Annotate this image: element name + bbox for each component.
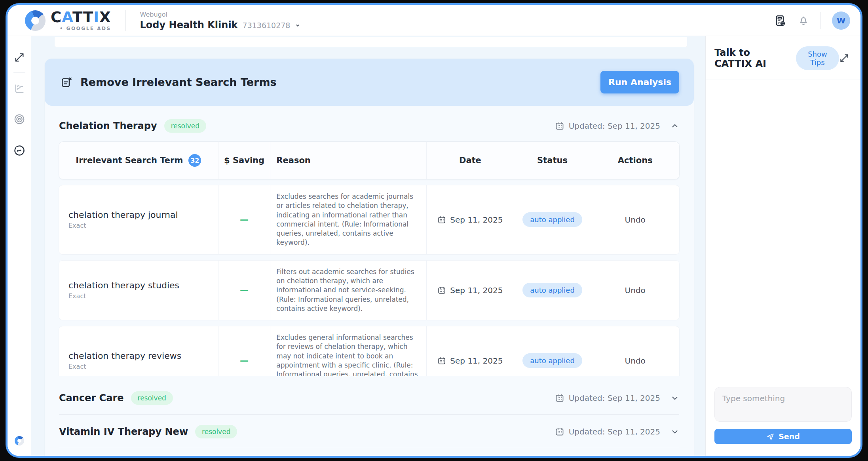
col-status: Status <box>514 142 591 179</box>
ai-chat-panel: Talk to CATTIX AI Show Tips Send <box>705 36 860 456</box>
row-date: Sep 11, 2025 <box>450 286 503 295</box>
section-head-vitamin-iv: Vitamin IV Therapy New resolved Updated:… <box>59 415 679 448</box>
sidebar-divider <box>13 72 25 73</box>
account-id: 7313610278 <box>243 21 291 30</box>
undo-button[interactable]: Undo <box>625 215 646 225</box>
col-actions: Actions <box>591 142 679 179</box>
updated-date: Updated: Sep 11, 2025 <box>555 121 660 131</box>
sidebar-expand-icon[interactable] <box>14 52 25 63</box>
left-sidebar <box>8 36 31 456</box>
term-count-badge: 32 <box>188 154 201 167</box>
main-content: Remove Irrelevant Search Terms Run Analy… <box>31 36 705 456</box>
send-label: Send <box>779 432 800 441</box>
account-name: Lody Health Klinik <box>140 19 238 30</box>
panel-banner: Remove Irrelevant Search Terms Run Analy… <box>45 59 694 106</box>
row-status-badge: auto applied <box>522 353 582 368</box>
chat-expand-icon[interactable] <box>839 53 849 63</box>
table-row: chelation therapy journal Exact — Exclud… <box>59 185 680 255</box>
updated-date: Updated: Sep 11, 2025 <box>555 393 660 403</box>
header-divider-2 <box>821 12 821 29</box>
scrolled-card-edge <box>55 37 687 47</box>
saving-value: — <box>240 285 249 295</box>
col-term: Irrelevant Search Term <box>76 156 183 165</box>
billing-calculator-icon[interactable] <box>774 14 786 27</box>
section-head-chelation: Chelation Therapy resolved Updated: Sep … <box>45 106 694 133</box>
show-tips-button[interactable]: Show Tips <box>796 46 839 70</box>
brand-subtitle: • GOOGLE ADS <box>60 26 111 31</box>
match-type: Exact <box>68 292 209 300</box>
chat-footer: Send <box>706 387 860 456</box>
chat-header: Talk to CATTIX AI Show Tips <box>706 36 860 80</box>
status-badge: resolved <box>195 425 237 438</box>
col-saving: $ Saving <box>218 142 271 179</box>
table-row: chelation therapy studies Exact — Filter… <box>59 260 680 320</box>
row-status-badge: auto applied <box>522 212 582 227</box>
account-org: Webugol <box>140 11 301 18</box>
status-badge: resolved <box>131 391 173 405</box>
account-info: Webugol Lody Health Klinik 7313610278 <box>140 11 301 30</box>
panel-title: Remove Irrelevant Search Terms <box>80 76 277 88</box>
saving-value: — <box>240 215 249 225</box>
row-date: Sep 11, 2025 <box>450 215 503 225</box>
calendar-icon <box>437 356 446 365</box>
table-header-row: Irrelevant Search Term 32 $ Saving Reaso… <box>59 141 680 179</box>
saving-value: — <box>240 356 249 366</box>
search-terms-card: Remove Irrelevant Search Terms Run Analy… <box>45 59 694 456</box>
calendar-icon <box>437 215 446 224</box>
reason-text: Excludes general informational searches … <box>276 333 420 376</box>
col-reason: Reason <box>270 142 427 179</box>
brand-name: CATTIX <box>51 10 111 25</box>
terms-table: Irrelevant Search Term 32 $ Saving Reaso… <box>59 141 680 376</box>
chat-input[interactable] <box>714 387 852 422</box>
user-avatar[interactable]: W <box>832 11 850 30</box>
top-header: CATTIX • GOOGLE ADS Webugol Lody Health … <box>8 5 860 36</box>
app-window: CATTIX • GOOGLE ADS Webugol Lody Health … <box>6 3 862 458</box>
remove-terms-icon <box>61 76 72 88</box>
chat-messages-area <box>706 80 860 387</box>
row-status-badge: auto applied <box>522 283 582 297</box>
updated-date: Updated: Sep 11, 2025 <box>555 427 660 436</box>
reason-text: Filters out academic searches for studie… <box>276 267 420 313</box>
sidebar-logo-icon[interactable] <box>15 436 24 446</box>
search-term: chelation therapy journal <box>68 210 209 220</box>
brand-logo[interactable]: CATTIX • GOOGLE ADS <box>25 10 111 31</box>
chevron-down-icon[interactable] <box>670 394 679 402</box>
brand-logo-icon <box>25 10 46 31</box>
run-analysis-button[interactable]: Run Analysis <box>600 71 679 93</box>
col-date: Date <box>427 142 513 179</box>
table-row: chelation therapy reviews Exact — Exclud… <box>59 326 680 376</box>
chat-title: Talk to CATTIX AI <box>714 47 786 69</box>
reason-text: Excludes searches for academic journals … <box>276 192 420 248</box>
section-title: Chelation Therapy <box>59 120 157 131</box>
section-title: Cancer Care <box>59 392 124 404</box>
chevron-up-icon[interactable] <box>670 122 679 130</box>
match-type: Exact <box>68 222 209 229</box>
notifications-bell-icon[interactable] <box>798 15 809 27</box>
send-plane-icon <box>766 432 775 441</box>
undo-button[interactable]: Undo <box>625 356 646 366</box>
account-caret-icon[interactable] <box>295 23 300 28</box>
send-button[interactable]: Send <box>714 429 852 444</box>
header-divider <box>125 10 126 31</box>
section-head-cancer-care: Cancer Care resolved Updated: Sep 11, 20… <box>59 381 679 415</box>
calendar-icon <box>437 286 446 295</box>
sidebar-target-icon[interactable] <box>13 113 25 125</box>
sidebar-badge-icon[interactable] <box>13 144 26 157</box>
chevron-down-icon[interactable] <box>670 427 679 436</box>
row-date: Sep 11, 2025 <box>450 356 503 366</box>
search-term: chelation therapy reviews <box>68 351 209 361</box>
sidebar-analytics-icon[interactable] <box>14 83 25 94</box>
match-type: Exact <box>68 363 209 370</box>
status-badge: resolved <box>164 119 206 133</box>
undo-button[interactable]: Undo <box>625 286 646 295</box>
search-term: chelation therapy studies <box>68 280 209 290</box>
section-title: Vitamin IV Therapy New <box>59 426 188 437</box>
sidebar-bottom-divider <box>13 428 25 428</box>
